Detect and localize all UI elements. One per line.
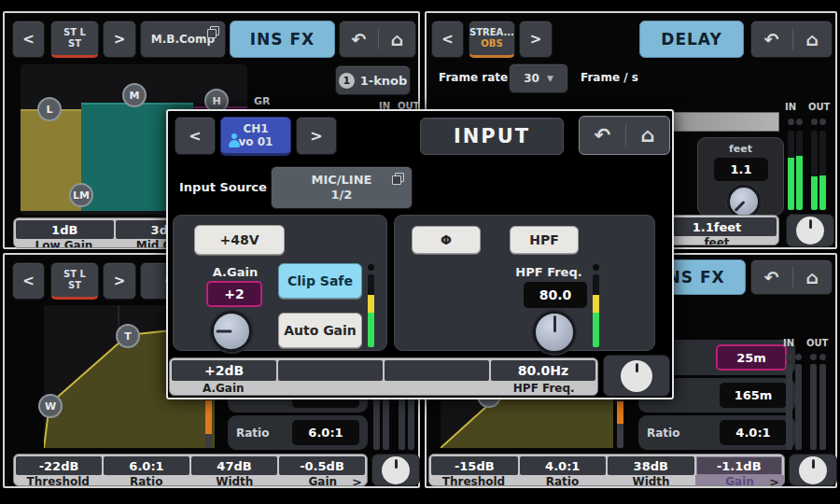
param-footer: -15dB 4.0:1 38dB -1.1dB Threshold Ratio … [428,454,785,486]
again-knob[interactable] [211,311,252,352]
out-label: OUT [806,338,828,348]
ratio-row[interactable]: Ratio 6.0:1 [228,415,368,450]
frame-rate-value: 30 [524,72,539,85]
out-meter-r [819,364,826,450]
ratio-row-label: Ratio [236,427,269,440]
input-source-value: MIC/LINE [312,173,372,188]
footer-cell-lowgain[interactable]: 1dB [16,220,114,239]
copy-icon [395,173,404,182]
channel-select-button[interactable]: STREA... OBS [469,21,515,58]
next-channel-button[interactable]: > [296,117,337,155]
next-channel-button[interactable]: > [103,262,136,300]
out-meter-l [810,364,817,450]
footer-cell-ratio[interactable]: 4.0:1 [520,456,607,475]
footer-label-2 [277,381,385,395]
mixer-screen: < ST L ST > M.B.Comp INS FX ↶ ⌂ L M H LM… [0,0,840,504]
back-icon[interactable]: ↶ [595,126,611,146]
phase-button[interactable]: Φ [412,226,481,254]
feet-knob[interactable] [727,185,761,218]
footer-label-threshold: Threshold [14,475,103,486]
page-title-delay: DELAY [639,21,744,58]
frame-rate-label: Frame rate [439,71,508,84]
back-icon[interactable]: ↶ [764,269,779,287]
home-icon[interactable]: ⌂ [806,269,819,287]
channel-select-button[interactable]: ST L ST [50,262,99,300]
footer-label-again: A.Gain [170,381,277,395]
mid-band-knob[interactable]: M [122,83,147,107]
footer-cell-ratio[interactable]: 6.0:1 [104,456,189,475]
one-knob-button[interactable]: 1 1-knob [335,65,411,95]
chevron-right-icon[interactable]: > [769,475,779,487]
footer-cell-3[interactable] [385,360,489,381]
preset-label: M.B.Comp [151,33,215,46]
footer-cell-feet[interactable]: 1.1feet [657,217,777,236]
feet-value[interactable]: 1.1 [714,158,768,181]
dropdown-arrow-icon: ▼ [547,74,553,83]
home-icon[interactable]: ⌂ [806,31,819,49]
nav-group: ↶ ⌂ [750,21,833,58]
footer-cell-2[interactable] [278,360,383,381]
peak-led [819,119,826,125]
home-icon[interactable]: ⌂ [391,31,404,49]
prev-channel-button[interactable]: < [12,21,45,58]
width-knob[interactable]: W [38,394,63,418]
footer-cell-width[interactable]: 47dB [191,456,277,475]
channel-select-button[interactable]: CH1 vo 01 [220,117,291,156]
home-icon[interactable]: ⌂ [640,126,654,146]
footer-cell-width[interactable]: 38dB [608,456,694,475]
footer-cell-hpffreq[interactable]: 80.0Hz [491,360,595,381]
back-icon[interactable]: ↶ [352,31,367,49]
preset-button[interactable]: M.B.Comp [140,21,226,58]
channel-person-icon [229,137,239,147]
footer-knob-button[interactable] [786,214,834,247]
clip-safe-button[interactable]: Clip Safe [278,263,362,299]
footer-cell-gain-selected[interactable]: -1.1dB [696,456,783,475]
prev-channel-button[interactable]: < [431,21,464,58]
next-channel-button[interactable]: > [103,21,136,58]
next-icon: > [114,31,126,48]
param-footer: +2dB 80.0Hz A.Gain HPF Freq. [169,357,598,396]
footer-knob-button[interactable] [603,355,670,397]
hpf-freq-knob[interactable] [533,311,576,354]
phantom-48v-button[interactable]: +48V [194,225,285,255]
peak-led [811,119,818,125]
again-value[interactable]: +2 [206,281,262,307]
channel-name: ST L [63,269,86,280]
hpf-freq-label: HPF Freq. [511,265,586,279]
one-knob-badge-icon: 1 [339,73,355,89]
footer-knob-button[interactable] [789,454,837,486]
page-title-insfx: INS FX [230,21,335,58]
channel-select-button[interactable]: ST L ST [50,21,99,58]
hpf-level-meter [593,274,599,347]
input-source-button[interactable]: MIC/LINE 1/2 [271,166,413,209]
footer-label-threshold: Threshold [429,475,518,486]
footer-cell-again[interactable]: +2dB [172,360,276,381]
ratio-row[interactable]: Ratio 4.0:1 [638,415,795,450]
hpf-button[interactable]: HPF [510,226,579,254]
nav-group: ↶ ⌂ [750,259,833,295]
next-channel-button[interactable]: > [519,21,553,58]
peak-led [788,119,794,125]
footer-cell-threshold[interactable]: -22dB [16,456,102,475]
footer-cell-gain[interactable]: -0.5dB [279,456,365,475]
hpf-freq-value[interactable]: 80.0 [524,282,587,308]
prev-icon: < [189,127,201,145]
prev-icon: < [22,31,35,48]
footer-cell-threshold[interactable]: -15dB [431,456,518,475]
divider [378,29,379,50]
threshold-knob[interactable]: T [116,324,140,348]
prev-channel-button[interactable]: < [175,117,216,155]
hpf-section: Φ HPF HPF Freq. 80.0 [394,215,655,351]
auto-gain-button[interactable]: Auto Gain [278,313,362,348]
footer-label-width: Width [190,475,279,486]
footer-knob-button[interactable] [371,454,420,486]
again-level-meter [368,274,374,347]
back-icon[interactable]: ↶ [764,31,779,49]
low-band-knob[interactable]: L [37,97,62,121]
footer-labels: Threshold Ratio Width Gain > [429,475,784,486]
lowmid-xover-knob[interactable]: LM [69,183,93,207]
frame-rate-dropdown[interactable]: 30 ▼ [509,63,568,93]
chevron-right-icon[interactable]: > [352,475,362,487]
prev-channel-button[interactable]: < [12,262,45,300]
footer-label-ratio: Ratio [518,475,607,486]
